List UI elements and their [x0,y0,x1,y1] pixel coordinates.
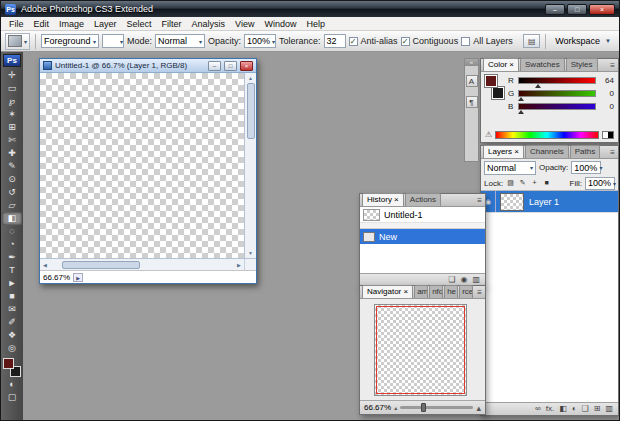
new-group-icon[interactable]: ❑ [582,403,589,415]
history-state-row[interactable]: New [360,229,485,244]
delete-layer-icon[interactable]: ▥ [605,403,613,415]
layer-name[interactable]: Layer 1 [529,197,559,207]
crop-tool[interactable]: ⊞ [2,121,22,134]
zoom-in-icon[interactable]: ▴ [476,403,481,413]
green-slider-thumb[interactable] [518,97,524,101]
notes-tool[interactable]: ✉ [2,303,22,316]
tab-info-truncated[interactable]: nfo [429,285,443,298]
opacity-input[interactable]: 100% ▾ [244,34,276,48]
lock-all-icon[interactable]: ■ [542,177,551,189]
menu-view[interactable]: View [230,17,259,31]
canvas[interactable] [40,73,244,258]
green-value[interactable]: 0 [599,89,614,98]
document-minimize-button[interactable]: – [208,61,221,71]
lock-pixels-icon[interactable]: ✎ [518,177,527,189]
eraser-tool[interactable]: ▱ [2,199,22,212]
history-brush-tool[interactable]: ↺ [2,186,22,199]
pen-tool[interactable]: ✒ [2,251,22,264]
character-panel-icon[interactable]: A [466,75,478,87]
panel-menu-icon[interactable]: ≡ [477,196,482,205]
tab-color[interactable]: Color × [483,58,519,71]
eyedropper-tool[interactable]: ✐ [2,316,22,329]
fill-input[interactable]: 100% ▾ [585,177,615,190]
scroll-down-icon[interactable]: ▼ [245,248,256,258]
scroll-up-icon[interactable]: ▲ [245,73,256,83]
zoom-level[interactable]: 66.67% [43,273,70,282]
menu-file[interactable]: File [4,17,29,31]
background-color-swatch[interactable] [492,87,504,99]
tab-histogram-truncated[interactable]: am [414,285,428,298]
blend-mode-select[interactable]: Normal ▾ [484,161,536,175]
shape-tool[interactable]: ■ [2,290,22,303]
blue-value[interactable]: 0 [599,102,614,111]
panel-menu-icon[interactable]: ≡ [610,148,615,157]
vertical-scroll-thumb[interactable] [247,83,255,139]
lock-transparency-icon[interactable]: ▨ [506,177,515,189]
tab-truncated-3[interactable]: he [444,285,458,298]
brush-tool[interactable]: ✎ [2,160,22,173]
menu-analysis[interactable]: Analysis [187,17,231,31]
tab-truncated-4[interactable]: rce [459,285,473,298]
zoom-out-icon[interactable]: ▴ [394,404,397,411]
panel-menu-icon[interactable]: ≡ [477,288,482,297]
screen-mode-icon[interactable]: ▢ [2,391,22,404]
tab-channels[interactable]: Channels [525,145,569,158]
mode-select[interactable]: Normal ▾ [155,34,205,48]
path-selection-tool[interactable]: ► [2,277,22,290]
tab-actions[interactable]: Actions [405,193,441,206]
tab-layers[interactable]: Layers × [483,145,524,158]
foreground-color-swatch[interactable] [485,75,497,87]
minimize-button[interactable]: – [545,4,565,15]
paragraph-panel-icon[interactable]: ¶ [466,96,478,108]
adjustment-layer-icon[interactable]: ◐ [572,403,577,415]
contiguous-checkbox[interactable]: ✓ [401,37,410,46]
gamut-warning-icon[interactable]: ⚠ [485,130,492,139]
tab-swatches[interactable]: Swatches [520,58,565,71]
layers-opacity-input[interactable]: 100% ▾ [571,161,601,174]
blue-slider[interactable] [518,103,596,110]
zoom-slider[interactable] [400,406,473,409]
quick-mask-mode-icon[interactable]: ◐ [2,378,22,391]
vertical-scrollbar[interactable]: ▲ ▼ [244,73,256,258]
navigator-preview[interactable] [374,304,467,396]
tool-preset-picker[interactable]: ▾ [5,33,30,50]
magic-wand-tool[interactable]: ✶ [2,108,22,121]
black-white-swatch[interactable] [602,131,614,139]
clone-stamp-tool[interactable]: ⊙ [2,173,22,186]
blur-tool[interactable]: ◌ [2,225,22,238]
menu-edit[interactable]: Edit [29,17,55,31]
red-value[interactable]: 64 [599,76,614,85]
foreground-color-swatch[interactable] [3,358,14,369]
tab-navigator[interactable]: Navigator × [362,285,413,298]
scroll-left-icon[interactable]: ◀ [40,260,50,270]
horizontal-scrollbar[interactable]: ◀ ▶ [40,258,256,270]
maximize-button[interactable]: □ [567,4,587,15]
horizontal-scroll-thumb[interactable] [62,261,140,269]
document-close-button[interactable]: × [240,61,253,71]
tolerance-input[interactable]: 32 [324,34,346,48]
red-slider-thumb[interactable] [535,84,541,88]
scroll-right-icon[interactable]: ▶ [234,260,244,270]
lasso-tool[interactable]: ℘ [2,95,22,108]
workspace-button[interactable]: Workspace ▼ [551,33,615,49]
hand-tool[interactable]: ❖ [2,329,22,342]
document-titlebar[interactable]: Untitled-1 @ 66.7% (Layer 1, RGB/8) – □ … [40,59,256,73]
lock-position-icon[interactable]: + [530,177,539,189]
close-button[interactable]: × [589,4,615,15]
paint-bucket-tool[interactable]: ◧ [2,212,22,225]
red-slider[interactable] [518,77,596,84]
navigator-zoom-value[interactable]: 66.67% [364,403,391,412]
antialias-checkbox[interactable]: ✓ [349,37,358,46]
navigator-viewbox[interactable] [376,306,465,394]
document-maximize-button[interactable]: □ [224,61,237,71]
pattern-picker[interactable]: ▾ [102,34,124,48]
blue-slider-thumb[interactable] [518,110,524,114]
zoom-slider-thumb[interactable] [421,403,426,412]
menu-filter[interactable]: Filter [157,17,187,31]
panel-menu-icon[interactable]: ≡ [610,61,615,70]
menu-select[interactable]: Select [122,17,157,31]
menu-image[interactable]: Image [54,17,89,31]
menu-window[interactable]: Window [259,17,301,31]
color-spectrum-ramp[interactable] [495,131,599,139]
status-options-icon[interactable]: ▶ [73,273,83,282]
